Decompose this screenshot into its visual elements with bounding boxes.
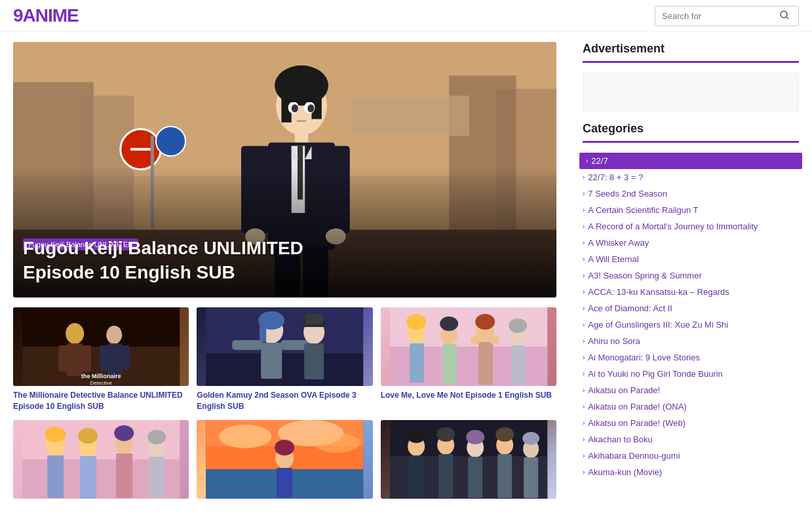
category-arrow: ›: [583, 370, 585, 377]
sidebar: Advertisement Categories ›22/7›22/7: 8 +…: [570, 32, 812, 519]
category-item[interactable]: ›Ace of Diamond: Act II: [583, 300, 799, 317]
categories-list: ›22/7›22/7: 8 + 3 = ?›7 Seeds 2nd Season…: [583, 153, 799, 480]
search-input[interactable]: [655, 7, 773, 25]
category-item[interactable]: ›7 Seeds 2nd Season: [583, 185, 799, 202]
category-link[interactable]: Akuma-kun (Movie): [588, 467, 662, 477]
svg-rect-51: [206, 353, 363, 386]
logo-number: 9: [13, 5, 23, 26]
svg-rect-47: [121, 345, 130, 370]
thumb-item-1[interactable]: the Millionaire Detective The Millionair…: [13, 307, 189, 412]
category-link[interactable]: Aikatsu on Parade!: [588, 385, 660, 395]
category-item[interactable]: ›A Will Eternal: [583, 251, 799, 267]
svg-rect-82: [47, 455, 64, 498]
advertisement-area: [583, 73, 799, 112]
advertisement-divider: [583, 61, 799, 63]
svg-point-77: [490, 336, 500, 345]
svg-rect-55: [261, 343, 282, 379]
category-item[interactable]: ›Akihabara Dennou-gumi: [583, 448, 799, 464]
search-bar: [655, 6, 799, 26]
category-item[interactable]: ›Ai Monogatari: 9 Love Stories: [583, 349, 799, 366]
svg-rect-56: [232, 340, 262, 350]
category-link[interactable]: Age of Gunslingers III: Xue Zu Mi Shi: [588, 320, 728, 330]
svg-rect-60: [305, 314, 322, 324]
category-item[interactable]: ›Aikatsu on Parade! (Web): [583, 415, 799, 431]
logo-text: ANIME: [23, 5, 79, 26]
category-link[interactable]: A Certain Scientific Railgun T: [588, 205, 698, 215]
svg-point-71: [475, 314, 495, 330]
thumb-image-2: [197, 307, 372, 386]
category-item[interactable]: ›22/7: 8 + 3 = ?: [583, 169, 799, 185]
category-item[interactable]: ›Ahiru no Sora: [583, 333, 799, 349]
category-arrow: ›: [583, 190, 585, 197]
thumbnail-row-1: the Millionaire Detective The Millionair…: [13, 307, 556, 412]
category-link[interactable]: A Whisker Away: [588, 238, 649, 248]
svg-rect-106: [409, 455, 423, 498]
category-link[interactable]: A3! Season Spring & Summer: [588, 271, 701, 280]
svg-rect-109: [438, 454, 453, 498]
category-link[interactable]: 7 Seeds 2nd Season: [588, 189, 667, 199]
main-layout: Fugou Keiji Balance UNLIMITED Fugou Keij…: [0, 32, 812, 519]
thumb-item-2[interactable]: Golden Kamuy 2nd Season OVA Episode 3 En…: [197, 307, 372, 412]
svg-rect-118: [524, 457, 538, 498]
thumb-image-1: the Millionaire Detective: [13, 307, 189, 386]
category-arrow: ›: [583, 272, 585, 279]
svg-rect-14: [352, 99, 466, 132]
thumbnail-row-2: [13, 420, 556, 503]
category-link[interactable]: A Record of a Mortal's Journey to Immort…: [588, 221, 758, 231]
category-link[interactable]: Aikatsu on Parade! (Web): [588, 418, 686, 428]
category-link[interactable]: Akachan to Boku: [588, 434, 652, 444]
svg-rect-42: [58, 345, 68, 372]
hero-banner[interactable]: Fugou Keiji Balance UNLIMITED Fugou Keij…: [13, 42, 556, 298]
thumb-item-5[interactable]: [197, 420, 372, 503]
category-item[interactable]: ›Akachan to Boku: [583, 431, 799, 448]
category-item[interactable]: ›A Whisker Away: [583, 235, 799, 251]
thumb-image-6: [381, 420, 556, 499]
category-item[interactable]: ›Aikatsu on Parade!: [583, 382, 799, 398]
category-link[interactable]: A Will Eternal: [588, 254, 638, 264]
svg-rect-32: [304, 100, 315, 102]
svg-rect-69: [442, 344, 457, 383]
svg-rect-61: [304, 343, 324, 379]
thumb-item-3[interactable]: Love Me, Love Me Not Episode 1 English S…: [381, 307, 556, 412]
thumb-item-6[interactable]: [381, 420, 556, 503]
category-item[interactable]: ›A Certain Scientific Railgun T: [583, 202, 799, 218]
category-link[interactable]: Ahiru no Sora: [588, 336, 640, 346]
thumb-caption-3: Love Me, Love Me Not Episode 1 English S…: [381, 390, 556, 401]
category-link[interactable]: 22/7: 8 + 3 = ?: [588, 172, 643, 182]
svg-point-44: [106, 326, 122, 344]
svg-point-90: [147, 430, 166, 444]
category-arrow: ›: [583, 223, 585, 230]
category-item[interactable]: ›ACCA: 13-ku Kansatsu-ka – Regards: [583, 284, 799, 300]
category-link[interactable]: Aikatsu on Parade! (ONA): [588, 402, 686, 412]
site-logo[interactable]: 9ANIME: [13, 5, 79, 26]
category-item[interactable]: ›Aikatsu on Parade! (ONA): [583, 398, 799, 415]
thumb-item-4[interactable]: [13, 420, 189, 503]
svg-point-84: [78, 428, 98, 444]
category-link[interactable]: Ai to Yuuki no Pig Girl Tonde Buurin: [588, 369, 722, 379]
svg-rect-54: [260, 319, 266, 342]
category-item[interactable]: ›Akuma-kun (Movie): [583, 464, 799, 480]
category-link[interactable]: ACCA: 13-ku Kansatsu-ka – Regards: [588, 287, 729, 297]
svg-point-68: [440, 317, 458, 331]
category-arrow: ›: [583, 452, 585, 459]
category-link[interactable]: Ace of Diamond: Act II: [588, 303, 672, 313]
category-link[interactable]: Akihabara Dennou-gumi: [588, 451, 680, 461]
category-link[interactable]: Ai Monogatari: 9 Love Stories: [588, 353, 700, 362]
thumb-caption-1: The Millionaire Detective Balance UNLIMI…: [13, 390, 189, 412]
category-link[interactable]: 22/7: [591, 156, 608, 166]
category-item[interactable]: ›Ai to Yuuki no Pig Girl Tonde Buurin: [583, 366, 799, 382]
search-icon: [780, 10, 789, 20]
category-arrow: ›: [583, 239, 585, 246]
svg-point-108: [436, 427, 455, 442]
svg-rect-112: [468, 457, 482, 498]
categories-divider: [583, 141, 799, 143]
category-item[interactable]: ›Age of Gunslingers III: Xue Zu Mi Shi: [583, 317, 799, 333]
thumb-svg-1: the Millionaire Detective: [13, 307, 189, 386]
category-item[interactable]: ›22/7: [579, 153, 802, 169]
category-item[interactable]: ›A3! Season Spring & Summer: [583, 267, 799, 284]
svg-rect-88: [116, 453, 132, 498]
search-button[interactable]: [773, 7, 796, 26]
category-arrow: ›: [583, 305, 585, 312]
category-item[interactable]: ›A Record of a Mortal's Journey to Immor…: [583, 218, 799, 235]
thumb-image-3: [381, 307, 556, 386]
